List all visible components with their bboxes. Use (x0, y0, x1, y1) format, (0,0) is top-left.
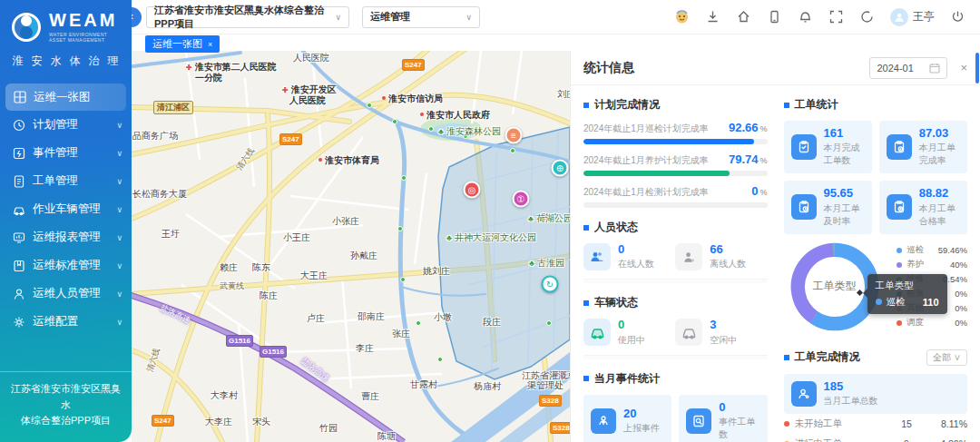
gear-icon (13, 316, 25, 329)
sidebar-item-config[interactable]: 运维配置∨ (0, 308, 132, 336)
map-label: S328 (550, 422, 570, 434)
clipboard-check-icon (887, 134, 912, 160)
map-label: 小王庄 (283, 231, 310, 244)
stat-vehicles-inuse: 0 使用中 (583, 319, 675, 346)
map-label: 大王庄 (300, 270, 328, 282)
sidebar-menu: 运维一张图 计划管理∨ 事件管理∨ 工单管理∨ 作业车辆管理∨ 运维报表管理∨ (0, 83, 132, 336)
car-active-icon (583, 319, 611, 346)
map-label: 品商务广场 (132, 130, 178, 142)
map-label: G1516 (226, 335, 253, 347)
user-menu[interactable]: 王亭 (890, 8, 935, 26)
map-label: 人民医院 (289, 94, 326, 107)
avatar (890, 8, 908, 26)
panel-close-icon[interactable]: × (960, 61, 967, 74)
month-picker[interactable] (869, 57, 947, 79)
map-label: 荷湖公园 (528, 212, 570, 225)
map-label: 淮安市信访局 (382, 93, 443, 105)
map-label: 陈塘 (377, 430, 396, 442)
sidebar-project-footer: 江苏省淮安市淮安区黑臭水 体综合整治PPP项目 (0, 371, 132, 429)
section-plan-completion: 计划完成情况 (583, 97, 768, 113)
sidebar-item-events[interactable]: 事件管理∨ (0, 139, 132, 167)
brand-chinese: 淮安水体治理 (0, 46, 132, 78)
weam-logo-icon (11, 12, 42, 43)
map-marker[interactable]: ① (513, 191, 530, 208)
map-marker[interactable]: ≡ (505, 127, 523, 144)
app-icon[interactable] (674, 9, 690, 25)
event-icon (13, 147, 25, 160)
map-label: 陈庄 (260, 290, 278, 302)
map-canvas[interactable]: 人民医院淮安市第二人民医院一分院淮安开发区人民医院清江浦区S247淮安市信访局淮… (132, 51, 570, 442)
sidebar-item-ops-map[interactable]: 运维一张图 (5, 83, 126, 111)
tab-ops-map[interactable]: 运维一张图 × (145, 35, 220, 53)
section-order-stats: 工单统计 (784, 97, 968, 113)
project-select[interactable]: 江苏省淮安市淮安区黑臭水体综合整治PPP项目∨ (146, 6, 349, 28)
map-marker[interactable]: ⊕ (552, 160, 569, 177)
report-icon (13, 231, 25, 244)
section-order-completion: 工单完成情况 全部 ∨ (784, 349, 968, 366)
map-marker[interactable]: ↻ (542, 276, 559, 293)
sidebar-item-vehicles[interactable]: 作业车辆管理∨ (0, 195, 132, 223)
topbar: ‹ 江苏省淮安市淮安区黑臭水体综合整治PPP项目∨ 运维管理∨ 王亭 (132, 0, 980, 34)
clipboard-clock-icon (791, 194, 817, 220)
map-marker[interactable]: ◎ (464, 182, 481, 199)
search-doc-icon (686, 408, 711, 434)
sidebar-item-plan[interactable]: 计划管理∨ (0, 111, 132, 139)
progress-bar (583, 202, 768, 208)
home-icon[interactable] (736, 9, 751, 25)
sidebar-item-personnel[interactable]: 运维人员管理∨ (0, 280, 132, 308)
chevron-down-icon: ∨ (116, 149, 122, 158)
scrollbar-thumb[interactable] (975, 53, 979, 83)
section-monthly-events: 当月事件统计 (583, 371, 768, 387)
legend-dot (897, 248, 902, 253)
sidebar-item-reports[interactable]: 运维报表管理∨ (0, 223, 132, 251)
map-label: 姚刘庄 (423, 265, 450, 278)
refresh-icon[interactable] (859, 9, 875, 25)
card-total-orders: 185 当月工单总数 (784, 374, 968, 414)
clock-icon (13, 119, 25, 132)
clipboard-star-icon (887, 194, 912, 220)
sidebar-item-workorders[interactable]: 工单管理∨ (0, 167, 132, 195)
map-label: 淮安森林公园 (438, 125, 501, 138)
map-grid-icon (14, 91, 26, 103)
map-label: S328 (539, 395, 562, 407)
power-icon[interactable] (950, 9, 965, 25)
download-icon[interactable] (705, 9, 720, 25)
map-label: G1516 (260, 346, 287, 358)
map-label: 杨庙村 (474, 380, 501, 393)
legend-row[interactable]: 调度0% (897, 316, 967, 330)
map-label: 清江浦区 (153, 101, 193, 114)
tab-close-icon[interactable]: × (208, 40, 212, 49)
order-cards-row2: 95.65本月工单及时率 88.82本月工单合格率 (784, 181, 968, 233)
chevron-down-icon: ∨ (116, 177, 122, 186)
module-select[interactable]: 运维管理∨ (362, 6, 480, 28)
card-event-orders: 0 事件工单数 (679, 395, 767, 442)
vehicle-stats: 0 使用中 3 空闲中 (583, 319, 768, 346)
map-label: S247 (279, 133, 302, 145)
section-personnel-status: 人员状态 (583, 220, 768, 235)
map-label: 孙戴庄 (350, 250, 377, 262)
legend-dot (897, 262, 902, 268)
order-status-row: 未开始工单158.11% (784, 414, 968, 434)
map-label: 张庄 (392, 328, 410, 340)
event-cards: 20 上报事件 0 事件工单数 (583, 395, 768, 442)
card-orders-completion-rate: 87.03本月工单完成率 (879, 121, 967, 173)
chevron-down-icon: ∨ (116, 121, 122, 130)
map-label: 淮安市体育局 (318, 154, 379, 167)
bell-icon[interactable] (798, 9, 813, 25)
map-label: 人民医院 (293, 52, 329, 64)
chevron-down-icon: ∨ (335, 13, 341, 22)
stat-online-personnel: 0 在线人数 (583, 243, 675, 270)
calendar-icon (929, 63, 940, 74)
sidebar-item-standards[interactable]: 运维标准管理∨ (0, 251, 132, 280)
chevron-down-icon: ∨ (116, 233, 122, 242)
month-input[interactable] (877, 63, 924, 74)
map-label: 刘庄 (557, 88, 570, 101)
legend-row[interactable]: 养护40% (897, 258, 967, 272)
fullscreen-icon[interactable] (828, 9, 844, 25)
car-idle-icon (675, 319, 702, 346)
order-filter-select[interactable]: 全部 ∨ (926, 349, 967, 366)
map-label: 曹庄 (361, 390, 379, 403)
stats-left-column: 计划完成情况 2024年截止1月巡检计划完成率 92.66% 2024年截止1月… (583, 85, 768, 442)
mobile-icon[interactable] (767, 9, 782, 25)
legend-row[interactable]: 巡检59.46% (897, 243, 967, 258)
